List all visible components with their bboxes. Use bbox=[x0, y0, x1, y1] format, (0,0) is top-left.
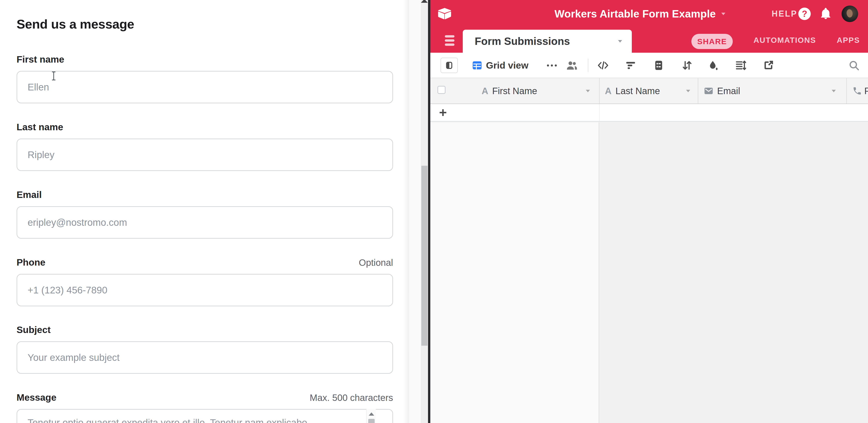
user-avatar[interactable] bbox=[842, 5, 858, 22]
form-heading: Send us a message bbox=[17, 17, 134, 32]
view-name-label[interactable]: Grid view bbox=[486, 53, 529, 78]
column-separator[interactable] bbox=[846, 78, 847, 103]
grid-view-icon[interactable] bbox=[472, 61, 482, 70]
column-separator[interactable] bbox=[599, 78, 599, 103]
column-menu-caret-icon[interactable] bbox=[586, 90, 590, 92]
first-name-input[interactable] bbox=[17, 71, 393, 103]
window-divider bbox=[428, 0, 430, 423]
share-view-icon[interactable] bbox=[763, 60, 774, 71]
field-group-message: Message Max. 500 characters bbox=[17, 392, 393, 423]
column-header-last-name[interactable]: Last Name bbox=[616, 78, 660, 103]
subject-label: Subject bbox=[17, 325, 393, 335]
grid-body-first-column-zone[interactable] bbox=[430, 122, 599, 423]
base-action-bar: Form Submissions SHARE AUTOMATIONS bbox=[430, 28, 868, 53]
grid-column-header-row: A First Name A Last Name Email Phone bbox=[430, 78, 868, 104]
field-group-phone: Phone Optional bbox=[17, 257, 393, 306]
automations-label: AUTOMATIONS bbox=[753, 36, 816, 44]
field-group-subject: Subject bbox=[17, 325, 393, 374]
api-code-icon[interactable] bbox=[597, 60, 609, 71]
scroll-up-arrow-icon[interactable] bbox=[369, 413, 374, 416]
phone-label: Phone bbox=[17, 257, 393, 268]
message-scrollbar[interactable] bbox=[366, 409, 376, 423]
phone-optional-note: Optional bbox=[359, 258, 393, 268]
last-name-input[interactable] bbox=[17, 139, 393, 171]
text-field-type-icon: A bbox=[605, 78, 612, 103]
sort-icon[interactable] bbox=[681, 60, 692, 71]
split-screen: Send us a message First name Last name E… bbox=[0, 0, 868, 423]
column-separator[interactable] bbox=[698, 78, 698, 103]
message-max-note: Max. 500 characters bbox=[310, 393, 393, 403]
help-question-icon[interactable]: ? bbox=[798, 8, 811, 20]
share-button-label: SHARE bbox=[697, 37, 727, 46]
airtable-window: Workers Airtable Form Example HELP ? For… bbox=[430, 0, 868, 423]
notifications-bell-icon[interactable] bbox=[819, 8, 832, 20]
message-textarea[interactable] bbox=[17, 409, 393, 423]
column-separator bbox=[599, 104, 599, 121]
toolbar-divider bbox=[588, 59, 588, 72]
share-button[interactable]: SHARE bbox=[691, 34, 733, 49]
record-color-icon[interactable] bbox=[708, 60, 719, 71]
text-field-type-icon: A bbox=[482, 78, 488, 103]
email-input[interactable] bbox=[17, 206, 393, 239]
apps-button[interactable]: APPS bbox=[837, 28, 860, 53]
email-label: Email bbox=[17, 189, 393, 200]
first-name-label: First name bbox=[17, 54, 393, 65]
table-tab-caret-icon bbox=[618, 40, 622, 42]
base-title[interactable]: Workers Airtable Form Example bbox=[555, 0, 725, 28]
text-cursor bbox=[51, 71, 56, 81]
column-menu-caret-icon[interactable] bbox=[686, 90, 690, 92]
collaborators-icon[interactable] bbox=[566, 60, 577, 71]
grid-body[interactable] bbox=[430, 122, 868, 423]
view-sidebar-toggle-button[interactable] bbox=[440, 58, 458, 73]
scrollbar-up-arrow-icon[interactable] bbox=[421, 0, 428, 3]
automations-button[interactable]: AUTOMATIONS bbox=[753, 28, 816, 53]
subject-input[interactable] bbox=[17, 341, 393, 374]
column-header-first-name[interactable]: First Name bbox=[492, 78, 537, 103]
add-record-row[interactable]: + bbox=[430, 104, 868, 122]
column-menu-caret-icon[interactable] bbox=[832, 90, 836, 92]
phone-input[interactable] bbox=[17, 274, 393, 306]
row-height-icon[interactable] bbox=[735, 60, 746, 71]
table-tab-label: Form Submissions bbox=[475, 35, 570, 48]
view-toolbar: Grid view bbox=[430, 53, 868, 78]
table-tab-form-submissions[interactable]: Form Submissions bbox=[463, 30, 632, 53]
airtable-topbar: Workers Airtable Form Example HELP ? bbox=[430, 0, 868, 28]
field-group-first-name: First name bbox=[17, 54, 393, 103]
base-title-text: Workers Airtable Form Example bbox=[555, 8, 716, 20]
email-field-type-icon bbox=[704, 86, 713, 96]
field-group-last-name: Last name bbox=[17, 122, 393, 171]
select-all-checkbox[interactable] bbox=[437, 86, 445, 94]
chevron-down-icon bbox=[721, 13, 725, 15]
message-scrollbar-thumb[interactable] bbox=[368, 419, 375, 423]
hamburger-menu-icon[interactable] bbox=[445, 35, 455, 46]
apps-label: APPS bbox=[837, 36, 860, 44]
column-header-phone[interactable]: Phone bbox=[864, 78, 868, 103]
airtable-logo-icon[interactable] bbox=[437, 6, 452, 22]
contact-form-page: Send us a message First name Last name E… bbox=[0, 0, 409, 423]
hide-fields-icon[interactable] bbox=[653, 60, 664, 71]
view-options-menu-icon[interactable] bbox=[547, 64, 557, 66]
last-name-label: Last name bbox=[17, 122, 393, 132]
phone-field-type-icon bbox=[852, 86, 862, 96]
page-scrollbar-gutter bbox=[409, 0, 428, 423]
add-record-button[interactable]: + bbox=[439, 103, 447, 121]
window-scrollbar-thumb[interactable] bbox=[421, 166, 428, 346]
field-group-email: Email bbox=[17, 189, 393, 239]
filter-icon[interactable] bbox=[625, 60, 636, 71]
column-header-email[interactable]: Email bbox=[717, 78, 740, 103]
help-button[interactable]: HELP bbox=[772, 0, 797, 28]
search-icon[interactable] bbox=[848, 60, 860, 71]
